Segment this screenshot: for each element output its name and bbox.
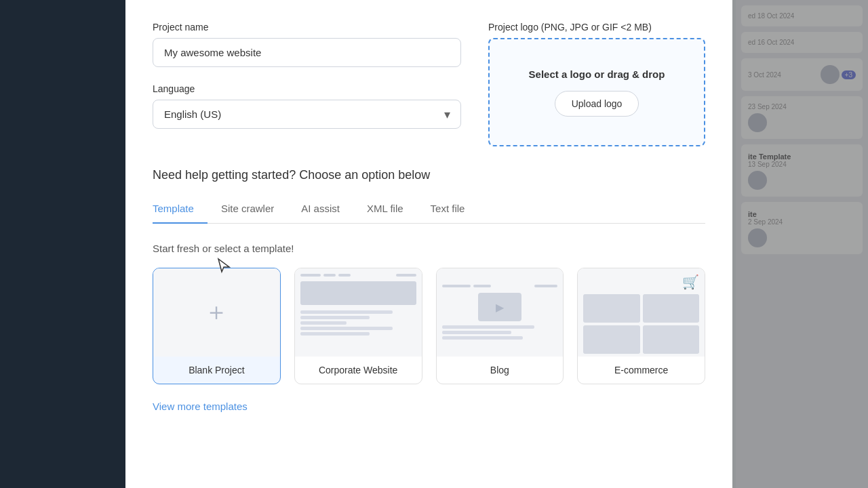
tab-ai-assist[interactable]: AI assist: [288, 196, 353, 224]
template-card-label: Corporate Website: [295, 357, 422, 384]
modal-dialog: Project name Language English (US) Engli…: [125, 0, 732, 488]
tab-xml-file[interactable]: XML file: [353, 196, 417, 224]
right-column: Project logo (PNG, JPG or GIF <2 MB) Sel…: [488, 22, 705, 146]
view-more-templates-link[interactable]: View more templates: [153, 401, 248, 412]
language-select-wrapper: English (US) English (UK) French German …: [153, 100, 461, 129]
template-card-blog[interactable]: ▶ Blog: [436, 268, 564, 384]
corporate-preview: [295, 268, 422, 357]
project-name-label: Project name: [153, 22, 461, 33]
logo-upload-area[interactable]: Select a logo or drag & drop Upload logo: [488, 38, 705, 146]
template-subtitle: Start fresh or select a template!: [153, 243, 705, 254]
language-field-group: Language English (US) English (UK) Frenc…: [153, 83, 461, 129]
language-select[interactable]: English (US) English (UK) French German …: [153, 100, 461, 129]
upload-logo-button[interactable]: Upload logo: [555, 91, 639, 117]
logo-label: Project logo (PNG, JPG or GIF <2 MB): [488, 22, 705, 33]
help-section: Need help getting started? Choose an opt…: [153, 168, 705, 413]
tab-site-crawler[interactable]: Site crawler: [208, 196, 288, 224]
template-card-label: Blank Project: [153, 357, 280, 384]
project-name-input[interactable]: [153, 38, 461, 67]
project-name-field-group: Project name: [153, 22, 461, 67]
ecommerce-preview: 🛒: [578, 268, 705, 357]
tab-bar: Template Site crawler AI assist XML file…: [153, 196, 705, 224]
template-card-blank[interactable]: ＋ Blank Project: [153, 268, 281, 384]
left-column: Project name Language English (US) Engli…: [153, 22, 461, 146]
language-label: Language: [153, 83, 461, 94]
video-play-icon: ▶: [478, 293, 521, 321]
plus-icon: ＋: [204, 296, 229, 329]
template-grid: ＋ Blank Project: [153, 268, 705, 384]
template-card-corporate[interactable]: Corporate Website: [294, 268, 422, 384]
top-section: Project name Language English (US) Engli…: [153, 22, 705, 146]
logo-drop-text: Select a logo or drag & drop: [529, 68, 665, 80]
tab-text-file[interactable]: Text file: [417, 196, 479, 224]
tab-template[interactable]: Template: [153, 196, 208, 224]
help-heading: Need help getting started? Choose an opt…: [153, 168, 705, 182]
template-card-label: E-commerce: [578, 357, 705, 384]
blog-preview: ▶: [437, 268, 564, 357]
template-card-ecommerce[interactable]: 🛒 E-commerce: [577, 268, 705, 384]
template-card-label: Blog: [437, 357, 564, 384]
cart-icon: 🛒: [682, 274, 699, 290]
blank-preview: ＋: [153, 268, 280, 357]
